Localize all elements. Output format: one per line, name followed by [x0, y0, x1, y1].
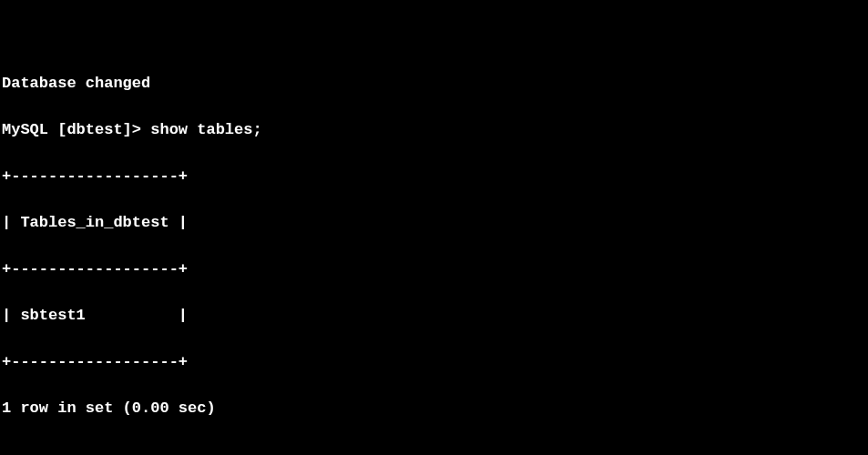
- table1-border-top: +------------------+: [2, 165, 866, 188]
- table1-border-bottom: +------------------+: [2, 350, 866, 374]
- table1-border-mid: +------------------+: [2, 258, 866, 281]
- result-summary-1: 1 row in set (0.00 sec): [2, 397, 866, 420]
- table1-row: | sbtest1 |: [2, 304, 866, 328]
- table1-header: | Tables_in_dbtest |: [2, 211, 866, 235]
- prompt-line-1: MySQL [dbtest]> show tables;: [2, 118, 866, 142]
- sql-command: show tables;: [150, 121, 261, 138]
- sql-prompt: MySQL [dbtest]>: [2, 121, 150, 138]
- status-message: Database changed: [2, 72, 866, 96]
